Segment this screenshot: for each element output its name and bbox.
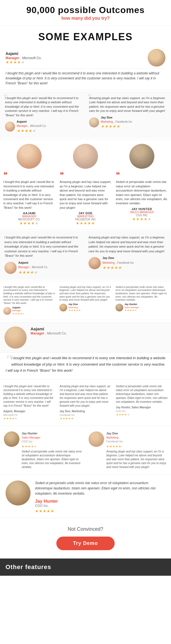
divider-3 [0, 229, 171, 230]
two-col-item-1: I bought this plugin and i would like to… [3, 94, 84, 136]
three-text-section: I bought this plugin and i would like to… [0, 381, 171, 425]
triple1-name-2: Jay Hunter [116, 207, 168, 211]
tiny-avatar-1 [59, 304, 67, 311]
big-featured-name: Aajami [31, 326, 67, 331]
tiny-item-0: I bought this plugin and i would like to… [2, 285, 57, 317]
big-single-text: Seded ut perspiciatis unde omnis iste na… [35, 481, 165, 497]
pair3-text-0: Seded ut perspiciatis unde omnis iste na… [22, 450, 82, 469]
quote-3: ❝ [116, 171, 168, 179]
triple1-name-0: Aajami [3, 212, 55, 215]
tiny-item-1: Amazing plugin and top class support, as… [58, 285, 113, 313]
three-col-item-2: ❝ Amazing plugin and top class support, … [59, 144, 113, 225]
two-col-item-2: Amazing plugin and top class support, as… [87, 94, 168, 136]
pair3-item-1: Jay Doe Marketing Facebook Inc ★★★★★ Ama… [87, 430, 169, 471]
big-featured-avatar [4, 326, 27, 349]
pair3-role-0: Sales Manager [22, 436, 82, 440]
three-col-section-1: ❝ I bought this plugin and i would like … [0, 141, 171, 228]
featured-stars: ★★★★★ [6, 60, 42, 64]
pair2-text-1: Amazing plugin and top class support, as… [89, 236, 165, 253]
text-only-1: Amazing plugin and top class support, as… [59, 383, 113, 422]
two-col-section-1: I bought this plugin and i would like to… [0, 91, 171, 139]
featured-company: , Microsoft Co. [20, 56, 42, 60]
divider-1 [0, 90, 171, 90]
divider-2 [0, 140, 171, 140]
big-featured-company: , Microsoft Co. [45, 331, 67, 335]
header: 90,000 possible Outcomes how many did yo… [0, 0, 171, 22]
avatar-pair2-0 [4, 262, 17, 274]
section-title: SOME EXAMPLES [0, 25, 171, 46]
pair3-text-1: Amazing plugin and top class support, as… [106, 450, 167, 469]
pair3-company-0: CGO Inc [22, 440, 82, 444]
divider-8 [0, 475, 171, 475]
triple1-stars-2: ★★★★★ [116, 217, 168, 221]
text-only-2: Seded ut perspiciatis unde omnis iste na… [115, 383, 169, 418]
triple1-text-0: I bought this plugin and i would like to… [3, 180, 55, 210]
featured-role: Manager [6, 56, 19, 60]
cta-label: Not Convinced? [6, 526, 165, 532]
featured-avatar [148, 49, 165, 67]
two-col-med-section: Jay Hunter Sales Manager CGO Inc ★★★★★ S… [0, 427, 171, 474]
triple1-role-2: Sales Manager [116, 211, 168, 214]
pair1-1-stars: ★★★★★ [101, 124, 132, 129]
big-featured-text: " I bought this plugin and i would like … [0, 355, 171, 378]
big-featured-content: Aajami Manager , Microsoft Co. [31, 326, 67, 335]
pair3-item-0: Jay Hunter Sales Manager CGO Inc ★★★★★ S… [2, 430, 84, 471]
triple1-text-2: Seded ut perspiciatis unde omnis iste na… [116, 180, 168, 205]
avatar-pair2-1 [89, 257, 101, 269]
featured-name: Aajami [6, 51, 42, 56]
try-demo-button[interactable]: Try Demo [56, 537, 115, 550]
big-single-role: CGO Inc. [35, 504, 165, 508]
three-col-item-1: ❝ I bought this plugin and i would like … [2, 144, 56, 225]
large-avatar-2 [73, 144, 98, 169]
big-single-stars: ★★★★★ [35, 509, 165, 513]
triple1-company-2: CGO Inc [116, 214, 168, 217]
divider-6 [0, 379, 171, 379]
cta-section: Not Convinced? Try Demo [0, 518, 171, 559]
divider-7 [0, 426, 171, 426]
featured-text: I bought this plugin and i would like to… [6, 68, 165, 86]
quote-1: ❝ [3, 171, 55, 179]
avatar-pair3-1 [89, 431, 104, 447]
pair3-role-1: Marketing [106, 436, 167, 440]
triple1-role-0: Manager [3, 215, 55, 218]
three-col-item-3: ❝ Seded ut perspiciatis unde omnis iste … [115, 144, 169, 221]
big-featured: Aajami Manager , Microsoft Co. [0, 322, 171, 353]
avatar-pair3-0 [4, 431, 19, 447]
divider-5 [0, 320, 171, 320]
pair3-name-1: Jay Doe [106, 431, 167, 436]
other-features-section: Other features [0, 559, 171, 576]
avatar-pair1-1 [89, 117, 99, 127]
three-col-tiny: I bought this plugin and i would like to… [0, 282, 171, 319]
header-subtitle: how many did you try? [3, 16, 168, 21]
avatar-pair1-0 [5, 122, 15, 132]
tiny-avatar-2 [115, 304, 123, 311]
triple1-stars-1: ★★★★★ [60, 221, 112, 225]
text-only-0: I bought this plugin and i would like to… [2, 383, 56, 422]
pair3-name-0: Jay Hunter [22, 431, 82, 436]
triple1-company-0: Microsoft Co. [3, 218, 55, 221]
big-single-section: Seded ut perspiciatis unde omnis iste na… [0, 476, 171, 518]
header-title: 90,000 possible Outcomes [3, 5, 168, 15]
two-col-section-2: I bought this plugin and i would like to… [0, 231, 171, 280]
pair2-item-1: Amazing plugin and top class support, as… [87, 233, 168, 277]
quote-2: ❝ [60, 171, 112, 179]
pair2-item-0: I bought this plugin and i would like to… [3, 233, 84, 277]
tiny-item-2: Seded ut perspiciatis unde omnis iste na… [114, 285, 169, 313]
large-avatar-1 [17, 144, 42, 169]
tiny-avatar-0 [3, 307, 11, 315]
triple1-company-1: Facebook Inc [60, 218, 112, 221]
big-featured-role: Manager [31, 331, 44, 335]
triple1-text-1: Amazing plugin and top class support, as… [60, 180, 112, 210]
big-single-avatar [6, 481, 31, 505]
pair3-company-1: Facebook Inc [106, 440, 167, 444]
pair1-0-stars: ★★★★★ [17, 128, 47, 134]
other-features-label: Other features [6, 564, 51, 570]
two-col-text-1: I bought this plugin and i would like to… [5, 96, 79, 117]
divider-4 [0, 281, 171, 281]
large-avatar-3 [129, 144, 154, 169]
triple1-name-1: Jay Doe [60, 212, 112, 215]
pair2-text-0: I bought this plugin and i would like to… [4, 236, 78, 257]
triple1-role-1: Marketing [60, 215, 112, 218]
triple1-stars-0: ★★★★★ [3, 221, 55, 225]
two-col-text-2: Amazing plugin and top class support, as… [89, 96, 165, 112]
